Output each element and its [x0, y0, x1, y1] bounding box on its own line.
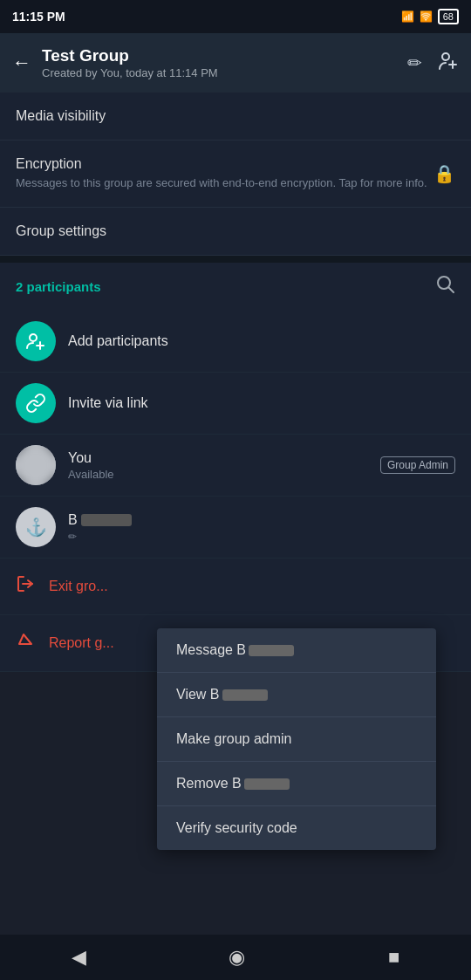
- exit-group-label: Exit gro...: [49, 579, 108, 594]
- add-participants-avatar: [16, 321, 56, 361]
- wifi-icon: 🛜: [420, 10, 433, 23]
- context-verify[interactable]: Verify security code: [157, 806, 436, 850]
- context-make-admin[interactable]: Make group admin: [157, 717, 436, 762]
- group-settings-item[interactable]: Group settings: [0, 208, 471, 256]
- member-b[interactable]: ⚓ B ✏: [0, 497, 471, 559]
- invite-link-label: Invite via link: [68, 395, 148, 411]
- invite-avatar: [16, 383, 56, 423]
- exit-group-item[interactable]: Exit gro...: [0, 559, 471, 615]
- add-participants-label: Add participants: [68, 333, 168, 349]
- member-b-status: ✏: [68, 530, 455, 543]
- encryption-item[interactable]: Encryption Messages to this group are se…: [0, 140, 471, 208]
- group-admin-badge: Group Admin: [380, 456, 455, 474]
- nav-back-button[interactable]: ◀: [72, 946, 86, 969]
- encryption-description: Messages to this group are secured with …: [16, 175, 427, 191]
- member-you-name: You: [68, 450, 368, 466]
- member-b-name: B: [68, 512, 455, 528]
- encryption-text: Encryption Messages to this group are se…: [16, 156, 427, 191]
- svg-point-0: [442, 53, 449, 60]
- member-you-text: You Available: [68, 450, 368, 481]
- member-you-avatar: [16, 445, 56, 485]
- add-participants-item[interactable]: Add participants: [0, 311, 471, 373]
- bottom-nav: ◀ ◉ ■: [0, 935, 471, 980]
- status-time: 11:15 PM: [12, 10, 65, 24]
- member-b-avatar: ⚓: [16, 507, 56, 547]
- report-group-label: Report g...: [49, 635, 114, 651]
- participants-count: 2 participants: [16, 279, 101, 294]
- search-icon[interactable]: [436, 275, 455, 298]
- report-icon: [16, 631, 35, 655]
- status-icons: 📶 🛜 68: [401, 9, 459, 24]
- context-message[interactable]: Message B: [157, 628, 436, 673]
- nav-home-button[interactable]: ◉: [229, 946, 245, 969]
- back-button[interactable]: ←: [12, 51, 31, 74]
- member-you[interactable]: You Available Group Admin: [0, 435, 471, 497]
- battery-icon: 68: [438, 9, 459, 24]
- member-b-text: B ✏: [68, 512, 455, 543]
- header-text: Test Group Created by You, today at 11:1…: [42, 46, 397, 79]
- context-menu: Message B View B Make group admin Remove…: [157, 628, 436, 850]
- add-participant-icon[interactable]: [438, 51, 459, 76]
- group-settings-label: Group settings: [16, 223, 106, 239]
- status-bar: 11:15 PM 📶 🛜 68: [0, 0, 471, 33]
- edit-icon[interactable]: ✏: [407, 52, 422, 73]
- header: ← Test Group Created by You, today at 11…: [0, 33, 471, 93]
- context-remove[interactable]: Remove B: [157, 762, 436, 806]
- nav-square-button[interactable]: ■: [388, 946, 399, 969]
- context-view[interactable]: View B: [157, 673, 436, 717]
- group-title: Test Group: [42, 46, 397, 65]
- participants-header: 2 participants: [0, 263, 471, 311]
- section-divider: [0, 256, 471, 263]
- lock-icon: 🔒: [433, 163, 455, 184]
- group-subtitle: Created by You, today at 11:14 PM: [42, 66, 397, 79]
- exit-icon: [16, 574, 35, 599]
- invite-via-link-item[interactable]: Invite via link: [0, 373, 471, 435]
- svg-point-5: [30, 334, 37, 341]
- encryption-label: Encryption: [16, 156, 427, 172]
- media-visibility-label: Media visibility: [16, 108, 106, 124]
- header-actions: ✏: [407, 51, 459, 76]
- svg-line-4: [449, 288, 454, 293]
- signal-icon: 📶: [401, 10, 414, 23]
- member-you-status: Available: [68, 468, 368, 481]
- media-visibility-item[interactable]: Media visibility: [0, 93, 471, 140]
